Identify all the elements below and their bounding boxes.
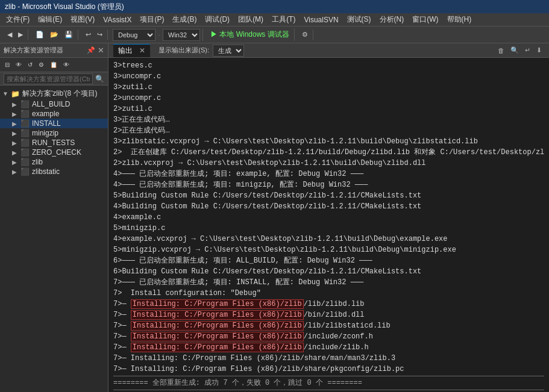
solution-label: 解决方案'zlib'(8 个项目) (22, 89, 98, 99)
arrow-minigzip: ▶ (12, 130, 20, 137)
output-tab-close[interactable]: ✕ (139, 46, 145, 55)
se-header: 解决方案资源管理器 📌 ✕ (0, 43, 108, 58)
toolbar-extra-group: ⚙ (297, 30, 313, 40)
tree-item-zlib[interactable]: ▶ ⬛ zlib (0, 157, 108, 167)
toolbar-open-btn[interactable]: 📂 (48, 30, 61, 40)
se-tree: ▼ 📁 解决方案'zlib'(8 个项目) ▶ ⬛ ALL_BUILD ▶ ⬛ … (0, 86, 108, 392)
output-line: 4>——— 已启动全部重新生成; 项目: example, 配置: Debug … (113, 169, 544, 179)
menu-bar: 文件(F) 编辑(E) 视图(V) VAssistX 项目(P) 生成(B) 调… (0, 13, 549, 26)
output-line: 6>Building Custom Rule C:/Users/test/Des… (113, 266, 544, 277)
output-line: 7>——— 已启动全部重新生成; 项目: INSTALL, 配置: Debug … (113, 277, 544, 288)
tree-solution-root[interactable]: ▼ 📁 解决方案'zlib'(8 个项目) (0, 88, 108, 99)
title-text: zlib - Microsoft Visual Studio (管理员) (5, 2, 124, 12)
toolbar: ◀ ▶ 📄 📂 💾 ↩ ↪ Debug Release - Win32 x64 … (0, 26, 549, 43)
output-source-select[interactable]: 生成 调试 (213, 45, 244, 57)
solution-folder-icon: 📁 (11, 90, 20, 98)
title-bar: zlib - Microsoft Visual Studio (管理员) (0, 0, 549, 13)
icon-run-tests: ⬛ (20, 138, 30, 147)
output-clear-btn[interactable]: 🗑 (495, 46, 507, 55)
menu-build[interactable]: 生成(B) (169, 13, 200, 26)
tree-item-zero-check[interactable]: ▶ ⬛ ZERO_CHECK (0, 148, 108, 157)
output-line: 2>uncompr.c (113, 93, 544, 104)
tree-item-zlibstatic[interactable]: ▶ ⬛ zlibstatic (0, 167, 108, 176)
se-filter-btn[interactable]: ⚙ (36, 60, 46, 69)
toolbar-file-group: 📄 📂 💾 (31, 30, 78, 40)
tree-item-example[interactable]: ▶ ⬛ example (0, 109, 108, 119)
toolbar-misc-btn[interactable]: ⚙ (300, 30, 310, 40)
output-header: 输出 ✕ 显示输出来源(S): 生成 调试 🗑 🔍 ↵ ⬇ (108, 43, 549, 58)
output-line: 2>zlib.vcxproj → C:\Users\test\Desktop\z… (113, 158, 544, 169)
icon-install: ⬛ (20, 119, 30, 128)
se-preview-btn[interactable]: 👁 (61, 60, 72, 69)
output-line: 7>— Installing: C:/Program Files (x86)/z… (113, 320, 544, 331)
se-search: 🔍 (0, 72, 108, 86)
output-scroll-btn[interactable]: ⬇ (534, 45, 544, 55)
se-close-icon[interactable]: ✕ (98, 46, 104, 55)
se-refresh-btn[interactable]: ↺ (25, 60, 35, 69)
output-toolbar: 🗑 🔍 ↵ ⬇ (495, 45, 544, 55)
arrow-all-build: ▶ (12, 101, 20, 108)
arrow-example: ▶ (12, 111, 20, 117)
output-source-label: 显示输出来源(S): (158, 46, 209, 55)
arrow-zlibstatic: ▶ (12, 169, 20, 175)
menu-edit[interactable]: 编辑(E) (34, 13, 66, 26)
se-pin-icon[interactable]: 📌 (87, 46, 95, 54)
se-header-icons: 📌 ✕ (87, 46, 104, 55)
output-summary-line: ======== 全部重新生成: 成功 7 个，失败 0 个，跳过 0 个 ==… (113, 376, 544, 390)
se-properties-btn[interactable]: 📋 (48, 60, 60, 69)
tree-item-run-tests[interactable]: ▶ ⬛ RUN_TESTS (0, 138, 108, 148)
output-tab[interactable]: 输出 ✕ (113, 44, 150, 57)
output-line: 3>正在生成代码… (113, 114, 544, 125)
toolbar-save-btn[interactable]: 💾 (62, 30, 75, 40)
tree-arrow-solution: ▼ (2, 90, 11, 97)
menu-vassistx[interactable]: VAssistX (99, 14, 135, 25)
se-collapse-btn[interactable]: ⊟ (2, 60, 12, 69)
icon-minigzip: ⬛ (20, 129, 30, 137)
menu-help[interactable]: 帮助(H) (444, 13, 475, 26)
output-line: 2> 正在创建库 C:/Users/test/Desktop/zlib-1.2.… (113, 147, 544, 158)
menu-visualsvn[interactable]: VisualSVN (300, 14, 342, 25)
output-wrap-btn[interactable]: ↵ (522, 45, 533, 55)
menu-debug[interactable]: 调试(D) (201, 13, 233, 26)
output-line: 7>— Installing: C:/Program Files (x86)/z… (113, 342, 544, 353)
label-example: example (32, 110, 59, 118)
tree-item-minigzip[interactable]: ▶ ⬛ minigzip (0, 128, 108, 138)
se-toolbar: ⊟ 👁 ↺ ⚙ 📋 👁 (0, 58, 108, 72)
menu-file[interactable]: 文件(F) (2, 13, 33, 26)
output-line: 5>minigzip.vcxproj → C:\Users\test\Deskt… (113, 244, 544, 255)
icon-zlib: ⬛ (20, 158, 30, 166)
output-find-btn[interactable]: 🔍 (508, 45, 521, 55)
output-line: 7>— Installing: C:/Program Files (x86)/z… (113, 299, 544, 310)
menu-test[interactable]: 测试(S) (344, 13, 375, 26)
label-minigzip: minigzip (32, 129, 58, 137)
debug-mode-select[interactable]: Debug Release (113, 29, 155, 41)
menu-view[interactable]: 视图(V) (67, 13, 98, 26)
output-line: 5>minigzip.c (113, 223, 544, 234)
output-line: 4>example.vcxproj → C:\Users\test\Deskto… (113, 234, 544, 244)
arrow-run-tests: ▶ (12, 140, 20, 146)
output-line: 3>zutil.c (113, 82, 544, 93)
toolbar-back-btn[interactable]: ◀ (5, 30, 14, 40)
platform-select[interactable]: Win32 x64 (163, 29, 200, 41)
label-zero-check: ZERO_CHECK (32, 148, 81, 157)
se-search-input[interactable] (4, 73, 93, 84)
icon-all-build: ⬛ (20, 100, 30, 108)
toolbar-forward-btn[interactable]: ▶ (16, 30, 25, 40)
toolbar-redo-btn[interactable]: ↪ (95, 30, 105, 40)
toolbar-undo-group: ↩ ↪ (81, 30, 108, 40)
toolbar-new-btn[interactable]: 📄 (33, 30, 46, 40)
menu-project[interactable]: 项目(P) (136, 13, 168, 26)
menu-team[interactable]: 团队(M) (234, 13, 267, 26)
toolbar-undo-btn[interactable]: ↩ (83, 30, 93, 40)
output-line: 3>zlibstatic.vcxproj → C:\Users\test\Des… (113, 136, 544, 147)
tree-item-install[interactable]: ▶ ⬛ INSTALL (0, 119, 108, 128)
output-line: 6>——— 已启动全部重新生成; 项目: ALL_BUILD, 配置: Debu… (113, 255, 544, 266)
run-debug-btn[interactable]: ▶ 本地 Windows 调试器 (208, 28, 292, 41)
se-show-all-btn[interactable]: 👁 (13, 60, 24, 69)
output-line: 4>example.c (113, 212, 544, 223)
menu-analyze[interactable]: 分析(N) (376, 13, 408, 26)
se-header-title: 解决方案资源管理器 (4, 46, 63, 55)
menu-tools[interactable]: 工具(T) (268, 13, 299, 26)
menu-window[interactable]: 窗口(W) (409, 13, 442, 26)
tree-item-all-build[interactable]: ▶ ⬛ ALL_BUILD (0, 99, 108, 109)
